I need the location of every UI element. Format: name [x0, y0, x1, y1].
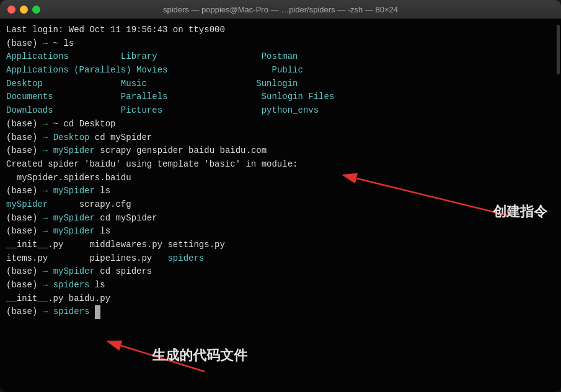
traffic-lights [7, 6, 40, 14]
terminal-line: __init__.py middlewares.py settings.py [6, 238, 555, 252]
terminal-line: Documents Parallels Sunlogin Files [6, 90, 555, 104]
terminal-line: (base) → spiders [6, 305, 555, 319]
annotation-generated-file: 生成的代码文件 [152, 345, 247, 366]
terminal-line: (base) → spiders ls [6, 279, 555, 292]
terminal-line: items.py pipelines.py spiders [6, 252, 555, 266]
terminal-line: (base) → mySpider ls [6, 225, 555, 238]
terminal-line: mySpider.spiders.baidu [6, 172, 555, 185]
terminal-line: (base) → ~ ls [6, 37, 555, 51]
terminal-line: Downloads Pictures python_envs [6, 104, 555, 118]
terminal-line: Last login: Wed Oct 11 19:56:43 on ttys0… [6, 24, 555, 37]
maximize-button[interactable] [32, 6, 40, 14]
terminal-line: (base) → mySpider scrapy genspider baidu… [6, 144, 555, 158]
terminal-line: (base) → Desktop cd mySpider [6, 131, 555, 145]
terminal-line: Applications Library Postman [6, 50, 555, 64]
terminal-line: (base) → mySpider cd mySpider [6, 212, 555, 225]
terminal-line: Created spider 'baidu' using template 'b… [6, 158, 555, 172]
terminal-line: Desktop Music Sunlogin [6, 77, 555, 91]
terminal-body[interactable]: Last login: Wed Oct 11 19:56:43 on ttys0… [0, 19, 561, 392]
titlebar: spiders — poppies@Mac-Pro — …pider/spide… [0, 0, 561, 19]
titlebar-text: spiders — poppies@Mac-Pro — …pider/spide… [163, 5, 398, 14]
terminal-line: Applications (Parallels) Movies Public [6, 64, 555, 77]
terminal-line: mySpider scrapy.cfg [6, 198, 555, 212]
terminal-line: (base) → ~ cd Desktop [6, 118, 555, 131]
scrollbar[interactable] [556, 19, 560, 392]
close-button[interactable] [7, 6, 15, 14]
minimize-button[interactable] [20, 6, 28, 14]
terminal-line: (base) → mySpider cd spiders [6, 265, 555, 279]
terminal-line: __init__.py baidu.py [6, 292, 555, 306]
terminal-line: (base) → mySpider ls [6, 185, 555, 198]
terminal-window: spiders — poppies@Mac-Pro — …pider/spide… [0, 0, 561, 392]
scrollbar-thumb [557, 25, 560, 74]
svg-line-3 [121, 346, 205, 372]
